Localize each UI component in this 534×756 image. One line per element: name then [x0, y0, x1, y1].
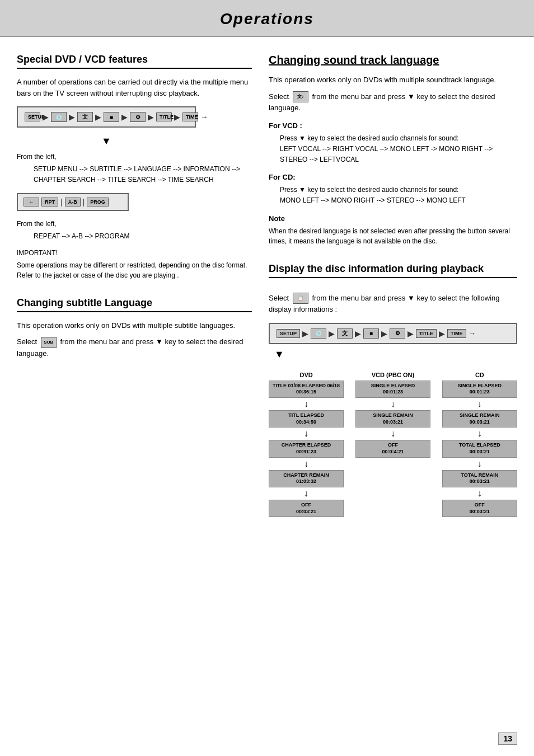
dvd-arrow-4: ↓ — [269, 487, 344, 500]
changing-sound-select: Select 文♪ from the menu bar and press ▼ … — [269, 91, 517, 114]
from-left-1: From the left, — [17, 152, 252, 162]
menu-r-lang-icon: 文 — [337, 328, 353, 339]
for-cd-line1: Press ▼ key to select the desired audio … — [280, 185, 517, 195]
col-header-vcd: VCD (PBC ON) — [355, 369, 430, 381]
important-text: Some operations may be different or rest… — [17, 260, 252, 280]
menu-sequence-1: SETUP MENU --> SUBTITLE --> LANGUAGE -->… — [34, 164, 252, 185]
menu-disc-icon: 💿 — [51, 112, 67, 122]
vcd-cell-2: SINGLE REMAIN00:03:21 — [355, 410, 430, 428]
vcd-arrow-1: ↓ — [355, 398, 430, 410]
arrow-row-3: ↓ ↓ — [269, 458, 517, 470]
special-dvd-section: Special DVD / VCD features A number of o… — [17, 54, 252, 280]
menu-bar2-sep1: | — [60, 198, 63, 206]
menu-time: TIME — [182, 112, 198, 121]
content-area: Special DVD / VCD features A number of o… — [0, 54, 534, 534]
menu-arrow-5: ▶ — [148, 112, 154, 121]
menu-arrow-3: ▶ — [95, 112, 101, 121]
table-row: TITL ELAPSED00:34:50 SINGLE REMAIN00:03:… — [269, 410, 517, 428]
dvd-arrow-2: ↓ — [269, 428, 344, 440]
menu-arrow-4: ▶ — [121, 112, 128, 121]
menu-r-arrow-2: ▶ — [329, 329, 335, 338]
menu-arrow-6: ▶ — [174, 112, 180, 121]
important-label: IMPORTANT! — [17, 248, 252, 258]
menu-bar-2: ← RPT | A-B | PROG — [17, 193, 129, 211]
vcd-cell-3: OFF00:0:4:21 — [355, 440, 430, 457]
table-row: TITLE 01/08 ELAPSED 06/1800:36:15 SINGLE… — [269, 381, 517, 398]
cd-cell-2: SINGLE REMAIN00:03:21 — [442, 410, 517, 428]
cd-cell-3: TOTAL ELAPSED00:03:21 — [442, 440, 517, 457]
menu-bar-right-arrow: ▼ — [274, 349, 517, 360]
vcd-cell-1: SINGLE ELAPSED00:01:23 — [355, 381, 430, 398]
cd-cell-1: SINGLE ELAPSED00:01:23 — [442, 381, 517, 398]
dvd-cell-4: CHAPTER REMAIN01:03:32 — [269, 470, 344, 487]
select-label-sound: Select — [269, 92, 289, 101]
changing-sound-title: Changing sound track language — [269, 54, 517, 67]
for-vcd-line1: Press ▼ key to select the desired audio … — [280, 133, 517, 144]
menu-r-time: TIME — [447, 329, 466, 338]
menu-info-icon: ■ — [104, 112, 119, 122]
menu-r-arrow-4: ▶ — [381, 329, 387, 338]
menu-r-search-icon: ⚙ — [390, 328, 405, 339]
for-cd-line2: MONO LEFT --> MONO RIGHT --> STEREO --> … — [280, 195, 517, 206]
select-label-disc: Select — [269, 294, 289, 302]
menu-r-arrow-1: ▶ — [302, 329, 308, 338]
col-header-cd: CD — [442, 369, 517, 381]
vcd-empty-2 — [355, 470, 430, 487]
from-left-2: From the left, — [17, 219, 252, 229]
cd-arrow-3: ↓ — [442, 458, 517, 470]
menu-title: TITLE — [156, 112, 172, 121]
changing-subtitle-title: Changing subtitle Language — [17, 297, 252, 312]
arrow-row-2: ↓ ↓ ↓ — [269, 428, 517, 440]
menu-r-info-icon: ■ — [363, 328, 379, 339]
note-text: When the desired language is not selecte… — [269, 226, 517, 246]
changing-subtitle-select: Select SUB from the menu bar and press ▼… — [17, 336, 252, 359]
changing-sound-section: Changing sound track language This opera… — [269, 54, 517, 246]
for-vcd-heading: For VCD : — [269, 121, 517, 130]
menu-back: ← — [24, 198, 39, 206]
menu-bar-1-arrow: ▼ — [17, 135, 196, 147]
menu-arrow-1: ▶ — [43, 112, 49, 121]
menu-r-disc-icon: 💿 — [311, 328, 326, 339]
dvd-arrow-3: ↓ — [269, 458, 344, 470]
info-table: DVD VCD (PBC ON) CD TITLE 01/08 ELAPSED … — [269, 369, 517, 518]
display-table-wrapper: DVD VCD (PBC ON) CD TITLE 01/08 ELAPSED … — [269, 369, 517, 518]
sound-icon: 文♪ — [293, 91, 308, 102]
left-column: Special DVD / VCD features A number of o… — [17, 54, 252, 517]
cd-cell-4: TOTAL REMAIN00:03:21 — [442, 470, 517, 487]
table-row: CHAPTER REMAIN01:03:32 TOTAL REMAIN00:03… — [269, 470, 517, 487]
dvd-cell-5: OFF00:03:21 — [269, 500, 344, 517]
select-label-subtitle: Select — [17, 337, 37, 346]
menu-search-icon: ⚙ — [130, 112, 146, 122]
changing-subtitle-section: Changing subtitle Language This operatio… — [17, 297, 252, 359]
menu-r-arrow-5: ▶ — [407, 329, 414, 338]
menu-bar-right: SETUP ▶ 💿 ▶ 文 ▶ ■ ▶ ⚙ ▶ TITLE ▶ TIME → — [269, 323, 517, 344]
menu-r-arrow-7: → — [469, 329, 476, 338]
menu-prog: PROG — [87, 198, 109, 206]
page-header: Operations — [0, 0, 534, 37]
page-title: Operations — [0, 10, 534, 28]
vcd-arrow-2: ↓ — [355, 428, 430, 440]
cd-arrow-1: ↓ — [442, 398, 517, 410]
dvd-arrow-1: ↓ — [269, 398, 344, 410]
dvd-cell-2: TITL ELAPSED00:34:50 — [269, 410, 344, 428]
disc-info-icon: 📋 — [293, 293, 308, 304]
display-disc-select: Select 📋 from the menu bar and press ▼ k… — [269, 293, 517, 315]
subtitle-icon: SUB — [41, 337, 57, 348]
table-row: OFF00:03:21 OFF00:03:21 — [269, 500, 517, 517]
menu-lang-icon: 文 — [77, 112, 93, 122]
menu-rpt: RPT — [41, 198, 58, 206]
menu-r-setup: SETUP — [277, 329, 300, 338]
dvd-cell-3: CHAPTER ELAPSED00:91:23 — [269, 440, 344, 457]
for-cd-heading: For CD: — [269, 173, 517, 181]
menu-r-title: TITLE — [416, 329, 437, 338]
menu-setup: SETUP — [25, 112, 40, 121]
arrow-row-4: ↓ ↓ — [269, 487, 517, 500]
col-header-dvd: DVD — [269, 369, 344, 381]
display-disc-section: Display the disc information during play… — [269, 263, 517, 518]
menu-bar-1: SETUP ▶ 💿 ▶ 文 ▶ ■ ▶ ⚙ ▶ TITLE ▶ TIME → — [17, 106, 196, 128]
menu-r-arrow-3: ▶ — [355, 329, 361, 338]
display-disc-title: Display the disc information during play… — [269, 263, 517, 278]
vcd-empty-1 — [355, 458, 430, 470]
vcd-empty-3 — [355, 487, 430, 500]
menu-sequence-2: REPEAT --> A-B --> PROGRAM — [34, 231, 252, 242]
